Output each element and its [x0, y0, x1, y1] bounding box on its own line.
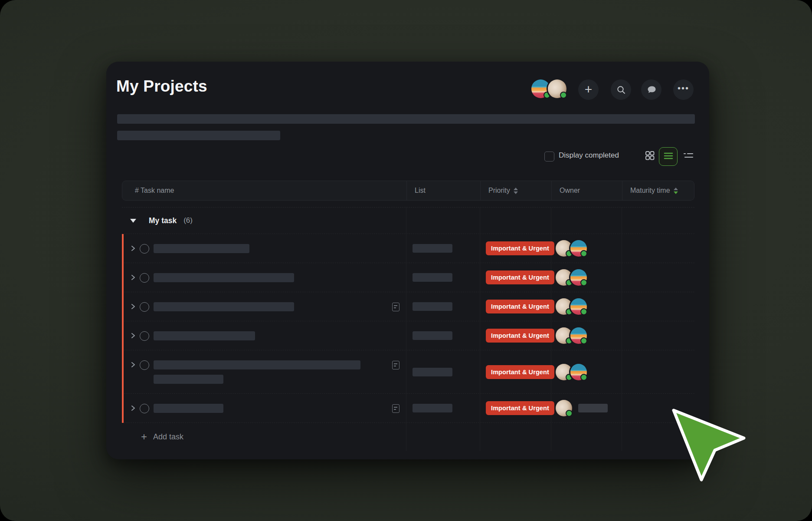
- task-status-circle[interactable]: [140, 244, 149, 254]
- chevron-right-icon[interactable]: [131, 333, 136, 340]
- list-skeleton-bar: [413, 404, 452, 412]
- task-name-cell: [122, 234, 406, 263]
- task-row[interactable]: Important & Urgent: [122, 394, 694, 423]
- priority-badge[interactable]: Important & Urgent: [486, 241, 554, 255]
- task-name-bar: [154, 273, 294, 282]
- avatar-cartman[interactable]: [570, 364, 587, 380]
- display-completed-checkbox[interactable]: [544, 152, 554, 162]
- group-accent-strip: [122, 234, 124, 423]
- task-name-skeleton: [154, 360, 360, 384]
- chevron-right-icon[interactable]: [131, 303, 136, 311]
- collapse-triangle-icon[interactable]: [130, 219, 136, 223]
- sort-icon-desc-active: [674, 188, 678, 194]
- owner-cell: [551, 350, 622, 393]
- view-list-button-active[interactable]: [659, 147, 678, 166]
- column-header-priority[interactable]: Priority: [480, 181, 551, 200]
- chevron-right-icon[interactable]: [131, 362, 136, 369]
- doc-icon: [392, 303, 399, 311]
- column-header-task-name[interactable]: # Task name: [122, 181, 406, 200]
- chevron-right-icon[interactable]: [131, 274, 136, 282]
- search-icon: [616, 85, 626, 95]
- list-skeleton-bar: [413, 331, 452, 340]
- task-row[interactable]: Important & Urgent: [122, 263, 694, 292]
- avatar-baby[interactable]: [556, 327, 572, 344]
- list-cell: [406, 394, 480, 422]
- task-row[interactable]: Important & Urgent: [122, 292, 694, 321]
- priority-cell: Important & Urgent: [480, 350, 551, 393]
- owner-avatars: [556, 240, 587, 257]
- avatar-baby[interactable]: [556, 269, 572, 286]
- task-status-circle[interactable]: [140, 360, 149, 370]
- maturity-time-cell: [622, 234, 694, 263]
- avatar-baby[interactable]: [556, 240, 572, 257]
- more-button[interactable]: •••: [673, 79, 694, 100]
- avatar-baby[interactable]: [548, 79, 566, 98]
- list-cell: [406, 234, 480, 263]
- avatar-baby[interactable]: [556, 298, 572, 315]
- priority-badge[interactable]: Important & Urgent: [486, 365, 554, 379]
- group-count: (6): [183, 216, 193, 225]
- plus-icon: +: [585, 83, 593, 96]
- priority-cell: Important & Urgent: [480, 394, 551, 422]
- task-table: # Task name List Priority Owner Maturity…: [122, 181, 694, 451]
- avatar-cartman[interactable]: [570, 240, 587, 257]
- header-avatar-group: [531, 79, 566, 98]
- toolbar: Display completed: [106, 147, 709, 167]
- task-row[interactable]: Important & Urgent: [122, 321, 694, 350]
- owner-cell: [551, 394, 622, 422]
- priority-badge[interactable]: Important & Urgent: [486, 300, 554, 313]
- add-button[interactable]: +: [578, 79, 599, 100]
- add-task-row[interactable]: + Add task: [122, 423, 694, 451]
- task-name-bar: [154, 375, 223, 384]
- task-name-cell: [122, 350, 406, 393]
- list-cell: [406, 350, 480, 393]
- owner-avatars: [556, 400, 572, 416]
- task-status-circle[interactable]: [140, 331, 149, 341]
- chat-button[interactable]: [641, 79, 661, 100]
- task-status-circle[interactable]: [140, 273, 149, 283]
- priority-badge[interactable]: Important & Urgent: [486, 329, 554, 343]
- task-name-cell: [122, 321, 406, 350]
- task-row[interactable]: Important & Urgent: [122, 350, 694, 394]
- column-header-maturity-time[interactable]: Maturity time: [622, 181, 695, 200]
- chevron-right-icon[interactable]: [131, 245, 136, 253]
- priority-cell: Important & Urgent: [480, 234, 551, 263]
- task-name-skeleton: [154, 404, 223, 413]
- description-skeleton-bar: [117, 131, 280, 140]
- sort-lines-icon: [683, 152, 694, 161]
- background: My Projects + ••• Display completed: [0, 0, 812, 521]
- table-body-rows: Important & Urgent Important & Urgent: [122, 234, 694, 423]
- owner-avatars: [556, 364, 587, 380]
- column-header-owner[interactable]: Owner: [551, 181, 622, 200]
- priority-cell: Important & Urgent: [480, 321, 551, 350]
- avatar-cartman[interactable]: [570, 269, 587, 286]
- maturity-time-cell: [622, 263, 694, 292]
- view-sort-button[interactable]: [679, 147, 697, 165]
- chevron-right-icon[interactable]: [131, 405, 136, 413]
- avatar-cartman[interactable]: [570, 298, 587, 315]
- owner-avatars: [556, 327, 587, 344]
- add-task-cell: + Add task: [122, 423, 406, 451]
- search-button[interactable]: [611, 79, 631, 100]
- list-skeleton-bar: [413, 244, 452, 253]
- avatar-baby[interactable]: [556, 364, 572, 380]
- grid-view-icon: [645, 150, 655, 162]
- group-label: My task: [149, 216, 177, 225]
- task-name-bar: [154, 331, 255, 340]
- avatar-cartman[interactable]: [531, 79, 550, 98]
- view-grid-button[interactable]: [641, 147, 658, 165]
- list-skeleton-bar: [413, 273, 452, 282]
- priority-badge[interactable]: Important & Urgent: [486, 401, 554, 415]
- priority-badge[interactable]: Important & Urgent: [486, 270, 554, 284]
- group-row[interactable]: My task (6): [122, 208, 694, 234]
- task-status-circle[interactable]: [140, 404, 149, 413]
- maturity-time-cell: [622, 394, 694, 422]
- online-dot: [566, 410, 573, 417]
- avatar-cartman[interactable]: [570, 327, 587, 344]
- task-row[interactable]: Important & Urgent: [122, 234, 694, 263]
- avatar-baby[interactable]: [556, 400, 572, 416]
- task-status-circle[interactable]: [140, 302, 149, 312]
- owner-name-bar: [578, 404, 608, 412]
- task-name-bar: [154, 404, 223, 413]
- column-header-list[interactable]: List: [406, 181, 480, 200]
